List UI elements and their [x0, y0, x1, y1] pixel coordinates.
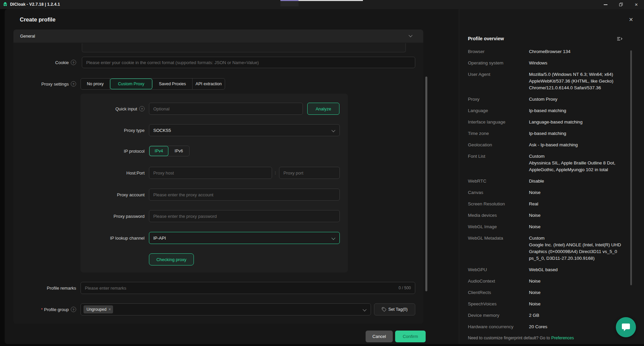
- close-window-button[interactable]: ✕: [629, 0, 644, 9]
- overview-row: LanguageIp-based matching: [468, 107, 634, 114]
- preferences-link[interactable]: Preferences: [551, 336, 574, 340]
- ip-lookup-channel-label: IP lookup channel: [80, 232, 145, 244]
- overview-row-value: Noise: [529, 189, 632, 196]
- ipv4-option[interactable]: IPv4: [149, 146, 168, 156]
- confirm-button[interactable]: Confirm: [395, 331, 426, 342]
- dialog-title: Create profile: [20, 16, 55, 23]
- chevron-down-icon: [363, 307, 366, 311]
- quick-input[interactable]: [149, 103, 303, 115]
- overview-row-label: User Agent: [468, 71, 529, 91]
- minimize-button[interactable]: [598, 0, 613, 9]
- overview-row: WebGPUWebGL based: [468, 266, 634, 273]
- overview-row-label: WebGPU: [468, 266, 529, 273]
- ipv6-option[interactable]: IPv6: [168, 146, 189, 156]
- proxy-settings-tabs: No proxy Custom Proxy Saved Proxies API …: [80, 78, 225, 90]
- overview-row-value: Custom Abyssinica SIL, Apple Braille Out…: [529, 153, 632, 173]
- help-icon[interactable]: ?: [71, 81, 76, 87]
- overview-row-label: Canvas: [468, 189, 529, 196]
- ip-lookup-channel-value: IP-API: [153, 236, 166, 241]
- chevron-down-icon: [331, 236, 335, 240]
- general-section-header[interactable]: General: [13, 30, 423, 43]
- proxy-host-field[interactable]: [153, 170, 268, 176]
- chat-bubble-icon: [621, 323, 631, 332]
- overview-row-label: SpeechVoices: [468, 301, 529, 307]
- form-scrollbar[interactable]: [425, 77, 427, 291]
- proxy-host-input[interactable]: [149, 167, 272, 179]
- tab-saved-proxies[interactable]: Saved Proxies: [153, 79, 193, 89]
- overview-row: WebGL MetadataCustom Google Inc. (Intel)…: [468, 235, 634, 262]
- quick-input-field[interactable]: [153, 106, 299, 111]
- remove-tag-icon[interactable]: ×: [108, 307, 111, 311]
- window-controls: ✕: [598, 0, 644, 9]
- overview-row-label: WebGL Image: [468, 224, 529, 230]
- quick-input-label: Quick input ?: [80, 103, 145, 115]
- help-icon[interactable]: ?: [139, 106, 145, 111]
- overview-row-label: Device memory: [468, 312, 529, 319]
- overview-row: CanvasNoise: [468, 189, 634, 196]
- custom-proxy-panel: Quick input ? Analyze Proxy type SOCKS5 …: [80, 94, 348, 273]
- proxy-password-field[interactable]: [153, 214, 335, 219]
- overview-row-value: Language-based matching: [529, 119, 632, 126]
- profile-remarks-field[interactable]: [85, 286, 411, 291]
- overview-row: Device memory2 GB: [468, 312, 634, 319]
- profile-remarks-input[interactable]: 0 / 500: [80, 282, 415, 294]
- profile-group-select[interactable]: Ungrouped ×: [80, 303, 371, 315]
- cookie-input[interactable]: [82, 57, 415, 68]
- tab-custom-proxy[interactable]: Custom Proxy: [110, 79, 153, 89]
- proxy-type-select[interactable]: SOCKS5: [149, 124, 340, 136]
- overview-row: SpeechVoicesNoise: [468, 301, 634, 307]
- restore-button[interactable]: [613, 0, 629, 9]
- overview-row-label: Browser: [468, 48, 529, 55]
- analyze-button[interactable]: Analyze: [307, 103, 339, 115]
- overview-row: Screen ResolutionReal: [468, 201, 634, 207]
- close-dialog-icon[interactable]: ✕: [629, 16, 633, 23]
- cancel-button[interactable]: Cancel: [366, 331, 393, 342]
- overview-row-value: Noise: [529, 224, 632, 230]
- overview-row: Font ListCustom Abyssinica SIL, Apple Br…: [468, 153, 634, 173]
- overview-row-label: Geolocation: [468, 142, 529, 148]
- overview-row-value: Custom Proxy: [529, 96, 632, 103]
- proxy-port-input[interactable]: [279, 167, 340, 179]
- set-tag-button[interactable]: Set Tag(0): [374, 303, 415, 315]
- tab-api-extraction[interactable]: API extraction: [193, 79, 225, 89]
- proxy-account-field[interactable]: [153, 192, 335, 197]
- help-icon[interactable]: ?: [71, 60, 76, 65]
- overview-row: User AgentMozilla/5.0 (Windows NT 6.3; W…: [468, 71, 634, 91]
- profile-overview-panel: Profile overview BrowserChromeBrowser 13…: [459, 9, 644, 344]
- screen: DICloak - V2.7.18 | 1.2.4.1 ✕ Create pro…: [0, 0, 644, 346]
- titlebar: DICloak - V2.7.18 | 1.2.4.1 ✕: [0, 0, 644, 9]
- profile-group-label-text: Profile group: [44, 307, 69, 312]
- overview-row-value: Noise: [529, 289, 632, 296]
- proxy-password-input[interactable]: [149, 210, 340, 222]
- tab-no-proxy[interactable]: No proxy: [81, 79, 110, 89]
- ip-protocol-label: IP protocol: [80, 145, 145, 157]
- chevron-down-icon: [331, 128, 335, 132]
- group-tag-chip: Ungrouped ×: [84, 305, 113, 313]
- overview-row-value: Windows: [529, 60, 632, 66]
- overview-row: ClientRectsNoise: [468, 289, 634, 296]
- checking-proxy-button[interactable]: Checking proxy: [149, 253, 194, 265]
- support-chat-button[interactable]: [616, 317, 636, 337]
- collapse-panel-icon[interactable]: [617, 36, 623, 42]
- overview-row-value: Ask - Ip-based matching: [529, 142, 632, 148]
- overview-row-value: 2 GB: [529, 312, 632, 319]
- help-icon[interactable]: ?: [71, 307, 76, 312]
- ip-lookup-channel-select[interactable]: IP-API: [149, 232, 340, 244]
- profile-remarks-label: Profile remarks: [5, 282, 76, 294]
- overview-row-label: Screen Resolution: [468, 201, 529, 207]
- quick-input-label-text: Quick input: [115, 106, 137, 111]
- overview-row: AudioContextNoise: [468, 278, 634, 285]
- cookie-input-field[interactable]: [86, 60, 411, 65]
- overview-row-value: ChromeBrowser 134: [529, 48, 632, 55]
- overview-row-label: Time zone: [468, 130, 529, 137]
- ip-protocol-toggle: IPv4 IPv6: [149, 146, 190, 156]
- proxy-settings-label-text: Proxy settings: [41, 82, 69, 87]
- proxy-account-input[interactable]: [149, 189, 340, 201]
- overview-scrollbar[interactable]: [630, 50, 632, 285]
- overview-row-label: WebGL Metadata: [468, 235, 529, 262]
- required-mark: *: [41, 307, 43, 312]
- overview-row: WebRTCDisable: [468, 178, 634, 185]
- proxy-port-field[interactable]: [283, 170, 335, 176]
- overview-row-value: Custom Google Inc. (Intel) ANGLE (Intel,…: [529, 235, 632, 262]
- overview-row-label: ClientRects: [468, 289, 529, 296]
